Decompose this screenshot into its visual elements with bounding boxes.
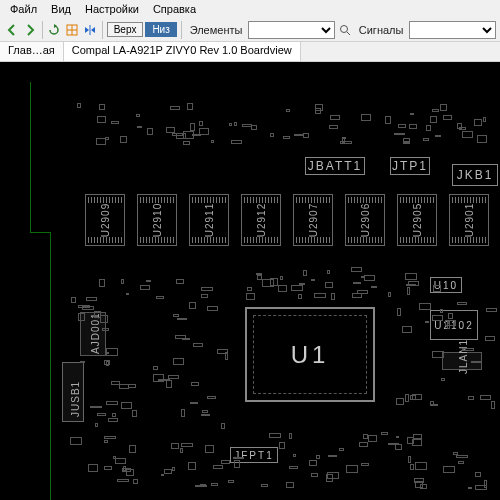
- passive-component: [408, 456, 411, 463]
- passive-component: [190, 402, 198, 404]
- separator: [102, 21, 103, 39]
- passive-component: [136, 114, 140, 117]
- nav-forward-icon[interactable]: [22, 21, 38, 39]
- passive-component: [299, 283, 305, 285]
- layer-top-button[interactable]: Верх: [107, 22, 144, 37]
- passive-component: [432, 351, 444, 358]
- passive-component: [342, 138, 345, 143]
- tab-document[interactable]: Compal LA-A921P ZIVY0 Rev 1.0 Boardview: [64, 42, 301, 61]
- passive-component: [432, 315, 443, 321]
- passive-component: [435, 135, 441, 137]
- nav-back-icon[interactable]: [4, 21, 20, 39]
- passive-component: [293, 454, 296, 457]
- passive-component: [316, 455, 320, 459]
- layer-bottom-button[interactable]: Низ: [145, 22, 176, 37]
- passive-component: [396, 398, 404, 405]
- passive-component: [161, 474, 164, 476]
- passive-component: [280, 276, 283, 280]
- signals-label: Сигналы: [359, 24, 404, 36]
- passive-component: [415, 462, 427, 470]
- passive-component: [166, 127, 175, 133]
- passive-component: [173, 358, 184, 365]
- passive-component: [202, 410, 208, 413]
- passive-component: [251, 125, 257, 130]
- passive-component: [398, 124, 406, 128]
- passive-component: [279, 442, 285, 449]
- passive-component: [104, 440, 108, 443]
- passive-component: [315, 108, 321, 114]
- passive-component: [269, 433, 281, 438]
- passive-component: [234, 122, 237, 126]
- passive-component: [95, 423, 98, 427]
- passive-component: [153, 366, 158, 370]
- mirror-icon[interactable]: [82, 21, 98, 39]
- passive-component: [180, 448, 183, 453]
- passive-component: [200, 484, 206, 486]
- passive-component: [113, 456, 116, 459]
- passive-component: [457, 302, 467, 305]
- passive-component: [303, 270, 307, 276]
- refresh-icon[interactable]: [46, 21, 62, 39]
- menu-settings[interactable]: Настройки: [79, 2, 145, 16]
- passive-component: [257, 275, 262, 280]
- elements-combo[interactable]: [248, 21, 335, 39]
- footprint-u2901: U2901: [449, 194, 489, 246]
- passive-component: [166, 380, 172, 388]
- board-outline: [30, 232, 50, 233]
- passive-component: [483, 117, 486, 122]
- passive-component: [441, 378, 445, 381]
- signals-combo[interactable]: [409, 21, 496, 39]
- passive-component: [256, 273, 262, 275]
- passive-component: [311, 279, 315, 281]
- separator: [42, 21, 43, 39]
- passive-component: [410, 395, 416, 400]
- tab-home[interactable]: Глав…ая: [0, 42, 64, 61]
- passive-component: [188, 462, 196, 470]
- passive-component: [403, 141, 410, 144]
- passive-component: [339, 448, 344, 451]
- passive-component: [407, 287, 410, 295]
- passive-component: [357, 290, 368, 294]
- passive-component: [303, 133, 309, 138]
- passive-component: [126, 293, 129, 295]
- passive-component: [172, 133, 183, 136]
- passive-component: [328, 455, 337, 457]
- passive-component: [137, 126, 142, 128]
- passive-component: [221, 460, 230, 464]
- menu-view[interactable]: Вид: [45, 2, 77, 16]
- passive-component: [199, 121, 203, 126]
- board-canvas[interactable]: JBATT1 JTP1 JKB1 U2909U2910U2911U2912U29…: [0, 62, 500, 500]
- elements-search-icon[interactable]: [337, 21, 353, 39]
- passive-component: [105, 352, 109, 354]
- passive-component: [115, 458, 126, 464]
- passive-component: [88, 464, 98, 472]
- passive-component: [364, 275, 375, 281]
- passive-component: [291, 285, 303, 291]
- passive-component: [388, 443, 399, 445]
- footprint-u2912: U2912: [241, 194, 281, 246]
- zoom-fit-icon[interactable]: [64, 21, 80, 39]
- passive-component: [231, 140, 242, 144]
- passive-component: [415, 481, 423, 488]
- passive-component: [408, 281, 419, 286]
- passive-component: [410, 113, 414, 115]
- passive-component: [468, 396, 474, 400]
- menu-help[interactable]: Справка: [147, 2, 202, 16]
- passive-component: [381, 432, 388, 435]
- passive-component: [121, 402, 132, 409]
- passive-component: [246, 293, 255, 300]
- passive-component: [97, 413, 106, 416]
- passive-component: [448, 313, 453, 319]
- passive-component: [71, 297, 76, 303]
- menu-file[interactable]: Файл: [4, 2, 43, 16]
- label-jlan1: JLAN1: [458, 339, 469, 374]
- passive-component: [170, 106, 180, 110]
- passive-component: [385, 116, 391, 124]
- chip-u1: U1: [245, 307, 375, 402]
- footprint-u2910: U2910: [137, 194, 177, 246]
- passive-component: [363, 434, 368, 439]
- elements-label: Элементы: [190, 24, 243, 36]
- footprint-u2909: U2909: [85, 194, 125, 246]
- passive-component: [486, 308, 497, 312]
- passive-component: [181, 409, 185, 417]
